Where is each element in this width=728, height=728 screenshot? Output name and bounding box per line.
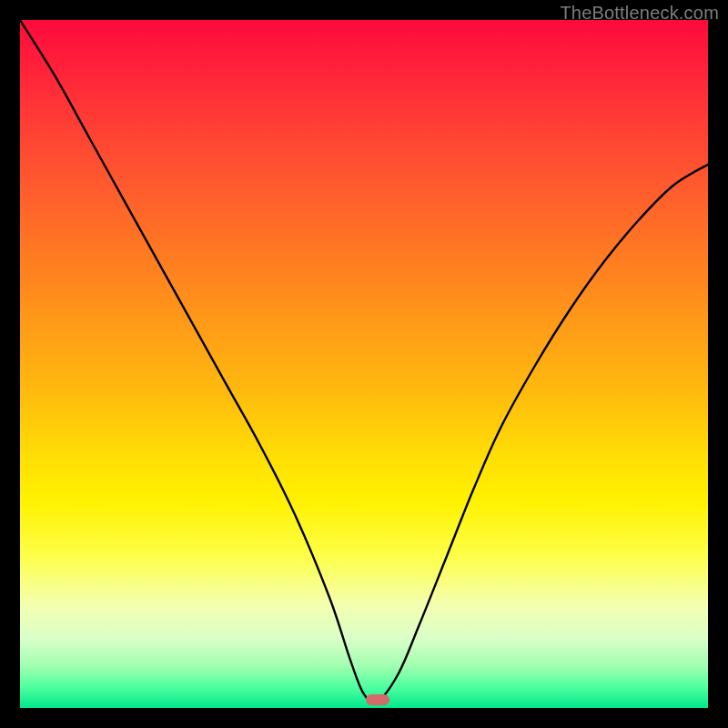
watermark-text: TheBottleneck.com [560,3,719,24]
curve-path [20,20,708,703]
bottleneck-curve [20,20,708,708]
optimum-marker [366,694,389,705]
chart-frame: TheBottleneck.com [0,0,728,728]
